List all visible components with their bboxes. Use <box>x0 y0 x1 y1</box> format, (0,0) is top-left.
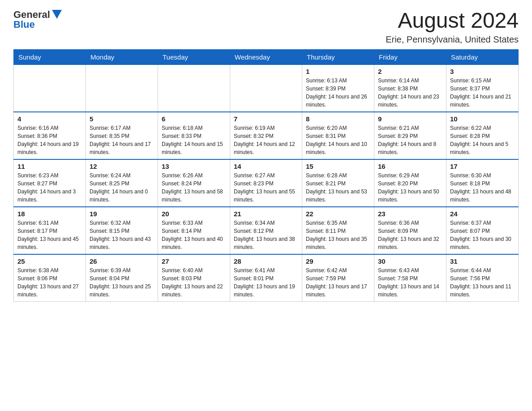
calendar-cell <box>86 64 158 112</box>
logo-arrow-icon <box>52 10 62 19</box>
day-info: Sunrise: 6:21 AMSunset: 8:29 PMDaylight:… <box>378 124 442 156</box>
svg-marker-0 <box>52 10 62 19</box>
day-number: 27 <box>162 257 226 265</box>
day-number: 10 <box>450 115 515 123</box>
calendar-cell: 5Sunrise: 6:17 AMSunset: 8:35 PMDaylight… <box>86 112 158 159</box>
calendar-week-row: 11Sunrise: 6:23 AMSunset: 8:27 PMDayligh… <box>14 159 519 207</box>
day-info: Sunrise: 6:43 AMSunset: 7:58 PMDaylight:… <box>378 266 442 299</box>
calendar-week-row: 4Sunrise: 6:16 AMSunset: 8:36 PMDaylight… <box>14 112 519 159</box>
day-info: Sunrise: 6:29 AMSunset: 8:20 PMDaylight:… <box>378 171 442 204</box>
logo: General Blue <box>13 9 62 30</box>
day-number: 24 <box>450 210 515 218</box>
calendar-cell: 30Sunrise: 6:43 AMSunset: 7:58 PMDayligh… <box>374 254 446 302</box>
day-info: Sunrise: 6:14 AMSunset: 8:38 PMDaylight:… <box>378 77 442 109</box>
day-number: 6 <box>162 115 226 123</box>
calendar-cell: 12Sunrise: 6:24 AMSunset: 8:25 PMDayligh… <box>86 159 158 207</box>
calendar-header-tuesday: Tuesday <box>158 49 230 64</box>
day-number: 11 <box>17 163 82 170</box>
day-number: 8 <box>306 115 370 123</box>
calendar-cell: 26Sunrise: 6:39 AMSunset: 8:04 PMDayligh… <box>86 254 158 302</box>
day-number: 17 <box>450 163 515 170</box>
day-info: Sunrise: 6:37 AMSunset: 8:07 PMDaylight:… <box>450 219 515 251</box>
calendar-cell: 8Sunrise: 6:20 AMSunset: 8:31 PMDaylight… <box>302 112 374 159</box>
day-number: 31 <box>450 257 515 265</box>
day-info: Sunrise: 6:18 AMSunset: 8:33 PMDaylight:… <box>162 124 226 156</box>
day-number: 30 <box>378 257 442 265</box>
day-number: 26 <box>90 257 154 265</box>
day-number: 16 <box>378 163 442 170</box>
day-number: 21 <box>234 210 298 218</box>
calendar-cell: 21Sunrise: 6:34 AMSunset: 8:12 PMDayligh… <box>230 207 302 254</box>
calendar-cell: 1Sunrise: 6:13 AMSunset: 8:39 PMDaylight… <box>302 64 374 112</box>
day-number: 29 <box>306 257 370 265</box>
day-info: Sunrise: 6:35 AMSunset: 8:11 PMDaylight:… <box>306 219 370 251</box>
calendar-cell: 13Sunrise: 6:26 AMSunset: 8:24 PMDayligh… <box>158 159 230 207</box>
calendar-week-row: 25Sunrise: 6:38 AMSunset: 8:06 PMDayligh… <box>14 254 519 302</box>
logo-blue-text: Blue <box>13 19 35 30</box>
day-number: 22 <box>306 210 370 218</box>
calendar-cell: 17Sunrise: 6:30 AMSunset: 8:18 PMDayligh… <box>446 159 519 207</box>
day-number: 2 <box>378 68 442 75</box>
day-info: Sunrise: 6:31 AMSunset: 8:17 PMDaylight:… <box>17 219 82 251</box>
day-number: 9 <box>378 115 442 123</box>
calendar-cell <box>158 64 230 112</box>
day-number: 20 <box>162 210 226 218</box>
calendar-header-saturday: Saturday <box>446 49 519 64</box>
calendar-cell <box>230 64 302 112</box>
day-info: Sunrise: 6:17 AMSunset: 8:35 PMDaylight:… <box>90 124 154 156</box>
day-info: Sunrise: 6:27 AMSunset: 8:23 PMDaylight:… <box>234 171 298 204</box>
calendar-header-row: SundayMondayTuesdayWednesdayThursdayFrid… <box>14 49 519 64</box>
calendar-header-friday: Friday <box>374 49 446 64</box>
calendar-cell: 4Sunrise: 6:16 AMSunset: 8:36 PMDaylight… <box>14 112 86 159</box>
calendar-cell <box>14 64 86 112</box>
day-info: Sunrise: 6:24 AMSunset: 8:25 PMDaylight:… <box>90 171 154 204</box>
calendar-cell: 18Sunrise: 6:31 AMSunset: 8:17 PMDayligh… <box>14 207 86 254</box>
day-info: Sunrise: 6:16 AMSunset: 8:36 PMDaylight:… <box>17 124 82 156</box>
calendar-table: SundayMondayTuesdayWednesdayThursdayFrid… <box>13 49 519 302</box>
title-block: August 2024 Erie, Pennsylvania, United S… <box>386 9 519 45</box>
calendar-cell: 22Sunrise: 6:35 AMSunset: 8:11 PMDayligh… <box>302 207 374 254</box>
day-number: 3 <box>450 68 515 75</box>
calendar-cell: 27Sunrise: 6:40 AMSunset: 8:03 PMDayligh… <box>158 254 230 302</box>
day-info: Sunrise: 6:34 AMSunset: 8:12 PMDaylight:… <box>234 219 298 251</box>
day-number: 5 <box>90 115 154 123</box>
calendar-cell: 9Sunrise: 6:21 AMSunset: 8:29 PMDaylight… <box>374 112 446 159</box>
page-header: General Blue August 2024 Erie, Pennsylva… <box>13 9 519 45</box>
day-number: 19 <box>90 210 154 218</box>
location-title: Erie, Pennsylvania, United States <box>386 34 519 45</box>
calendar-cell: 14Sunrise: 6:27 AMSunset: 8:23 PMDayligh… <box>230 159 302 207</box>
day-info: Sunrise: 6:39 AMSunset: 8:04 PMDaylight:… <box>90 266 154 299</box>
day-number: 1 <box>306 68 370 75</box>
calendar-header-thursday: Thursday <box>302 49 374 64</box>
day-number: 23 <box>378 210 442 218</box>
day-info: Sunrise: 6:44 AMSunset: 7:56 PMDaylight:… <box>450 266 515 299</box>
calendar-cell: 23Sunrise: 6:36 AMSunset: 8:09 PMDayligh… <box>374 207 446 254</box>
day-number: 7 <box>234 115 298 123</box>
calendar-cell: 15Sunrise: 6:28 AMSunset: 8:21 PMDayligh… <box>302 159 374 207</box>
day-number: 14 <box>234 163 298 170</box>
calendar-cell: 28Sunrise: 6:41 AMSunset: 8:01 PMDayligh… <box>230 254 302 302</box>
day-info: Sunrise: 6:19 AMSunset: 8:32 PMDaylight:… <box>234 124 298 156</box>
calendar-cell: 2Sunrise: 6:14 AMSunset: 8:38 PMDaylight… <box>374 64 446 112</box>
day-info: Sunrise: 6:13 AMSunset: 8:39 PMDaylight:… <box>306 77 370 109</box>
day-info: Sunrise: 6:42 AMSunset: 7:59 PMDaylight:… <box>306 266 370 299</box>
calendar-cell: 11Sunrise: 6:23 AMSunset: 8:27 PMDayligh… <box>14 159 86 207</box>
day-number: 25 <box>17 257 82 265</box>
day-info: Sunrise: 6:15 AMSunset: 8:37 PMDaylight:… <box>450 77 515 109</box>
day-info: Sunrise: 6:41 AMSunset: 8:01 PMDaylight:… <box>234 266 298 299</box>
calendar-cell: 3Sunrise: 6:15 AMSunset: 8:37 PMDaylight… <box>446 64 519 112</box>
day-info: Sunrise: 6:22 AMSunset: 8:28 PMDaylight:… <box>450 124 515 156</box>
calendar-header-sunday: Sunday <box>14 49 86 64</box>
calendar-week-row: 1Sunrise: 6:13 AMSunset: 8:39 PMDaylight… <box>14 64 519 112</box>
calendar-cell: 19Sunrise: 6:32 AMSunset: 8:15 PMDayligh… <box>86 207 158 254</box>
day-info: Sunrise: 6:38 AMSunset: 8:06 PMDaylight:… <box>17 266 82 299</box>
day-info: Sunrise: 6:20 AMSunset: 8:31 PMDaylight:… <box>306 124 370 156</box>
day-info: Sunrise: 6:33 AMSunset: 8:14 PMDaylight:… <box>162 219 226 251</box>
day-number: 12 <box>90 163 154 170</box>
day-info: Sunrise: 6:40 AMSunset: 8:03 PMDaylight:… <box>162 266 226 299</box>
calendar-cell: 31Sunrise: 6:44 AMSunset: 7:56 PMDayligh… <box>446 254 519 302</box>
day-info: Sunrise: 6:30 AMSunset: 8:18 PMDaylight:… <box>450 171 515 204</box>
day-info: Sunrise: 6:32 AMSunset: 8:15 PMDaylight:… <box>90 219 154 251</box>
calendar-cell: 25Sunrise: 6:38 AMSunset: 8:06 PMDayligh… <box>14 254 86 302</box>
day-info: Sunrise: 6:23 AMSunset: 8:27 PMDaylight:… <box>17 171 82 204</box>
